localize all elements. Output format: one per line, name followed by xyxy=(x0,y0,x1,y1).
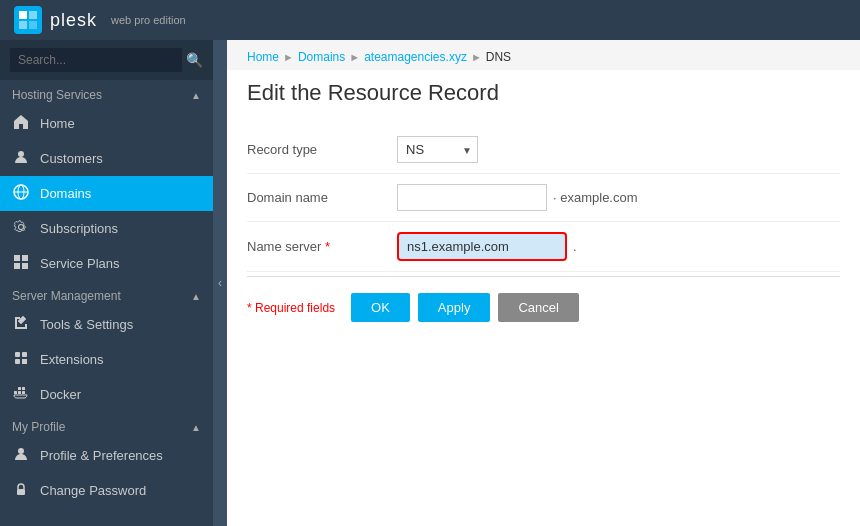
globe-icon xyxy=(12,184,30,203)
plesk-logo: plesk web pro edition xyxy=(14,6,186,34)
domain-name-field: · example.com xyxy=(397,184,638,211)
domain-name-input[interactable] xyxy=(397,184,547,211)
svg-rect-18 xyxy=(18,387,21,390)
svg-rect-9 xyxy=(22,255,28,261)
svg-point-20 xyxy=(18,448,24,454)
breadcrumb: Home ► Domains ► ateamagencies.xyz ► DNS xyxy=(227,40,860,70)
sidebar-label-docker: Docker xyxy=(40,387,81,402)
name-server-field: . xyxy=(397,232,577,261)
divider xyxy=(247,276,840,277)
svg-point-4 xyxy=(18,151,24,157)
breadcrumb-sep-3: ► xyxy=(471,51,482,63)
topbar: plesk web pro edition xyxy=(0,0,860,40)
breadcrumb-home[interactable]: Home xyxy=(247,50,279,64)
name-server-input[interactable] xyxy=(397,232,567,261)
svg-rect-19 xyxy=(22,387,25,390)
svg-rect-10 xyxy=(14,263,20,269)
sidebar-label-extensions: Extensions xyxy=(40,352,104,367)
sidebar-collapse-button[interactable]: ‹ xyxy=(213,40,227,526)
section-label: Hosting Services xyxy=(12,88,102,102)
sidebar-label-home: Home xyxy=(40,116,75,131)
svg-rect-15 xyxy=(14,391,17,394)
svg-rect-0 xyxy=(19,11,27,19)
name-server-required-mark: * xyxy=(325,239,330,254)
gear-icon xyxy=(12,219,30,238)
sidebar-item-service-plans[interactable]: Service Plans xyxy=(0,246,213,281)
edition-label: web pro edition xyxy=(111,14,186,26)
sidebar-item-domains[interactable]: Domains xyxy=(0,176,213,211)
svg-rect-14 xyxy=(15,359,20,364)
sidebar-label-service-plans: Service Plans xyxy=(40,256,119,271)
content-area: Home ► Domains ► ateamagencies.xyz ► DNS… xyxy=(227,40,860,526)
sidebar-item-extensions[interactable]: Extensions xyxy=(0,342,213,377)
record-type-label: Record type xyxy=(247,142,377,157)
home-icon xyxy=(12,114,30,133)
record-type-select[interactable]: NS A AAAA CNAME MX TXT SRV PTR xyxy=(397,136,478,163)
breadcrumb-sep-2: ► xyxy=(349,51,360,63)
section-arrow: ▲ xyxy=(191,291,201,302)
sidebar: 🔍 Hosting Services ▲ Home Customers Doma… xyxy=(0,40,213,526)
sidebar-item-docker[interactable]: Docker xyxy=(0,377,213,412)
form-row-name-server: Name server * . xyxy=(247,222,840,272)
plesk-icon xyxy=(14,6,42,34)
sidebar-item-subscriptions[interactable]: Subscriptions xyxy=(0,211,213,246)
search-input[interactable] xyxy=(10,48,182,72)
name-server-dot: . xyxy=(573,239,577,254)
search-icon: 🔍 xyxy=(186,52,203,68)
svg-rect-13 xyxy=(22,352,27,357)
lock-icon xyxy=(12,481,30,500)
ok-button[interactable]: OK xyxy=(351,293,410,322)
grid-icon xyxy=(12,254,30,273)
svg-rect-3 xyxy=(29,21,37,29)
sidebar-item-change-password[interactable]: Change Password xyxy=(0,473,213,508)
sidebar-item-profile[interactable]: Profile & Preferences xyxy=(0,438,213,473)
svg-rect-8 xyxy=(14,255,20,261)
sidebar-label-profile: Profile & Preferences xyxy=(40,448,163,463)
profile-icon xyxy=(12,446,30,465)
sidebar-item-customers[interactable]: Customers xyxy=(0,141,213,176)
form-row-record-type: Record type NS A AAAA CNAME MX TXT SRV P… xyxy=(247,126,840,174)
name-server-label-text: Name server xyxy=(247,239,321,254)
svg-rect-16 xyxy=(18,391,21,394)
breadcrumb-sep-1: ► xyxy=(283,51,294,63)
person-icon xyxy=(12,149,30,168)
tools-icon xyxy=(12,315,30,334)
svg-rect-12 xyxy=(15,352,20,357)
domain-suffix: · example.com xyxy=(553,190,638,205)
breadcrumb-dns: DNS xyxy=(486,50,511,64)
sidebar-label-domains: Domains xyxy=(40,186,91,201)
form-row-domain-name: Domain name · example.com xyxy=(247,174,840,222)
breadcrumb-domains[interactable]: Domains xyxy=(298,50,345,64)
record-type-field: NS A AAAA CNAME MX TXT SRV PTR ▼ xyxy=(397,136,478,163)
app-name: plesk xyxy=(50,10,97,31)
section-label: Server Management xyxy=(12,289,121,303)
section-label: My Profile xyxy=(12,420,65,434)
svg-rect-11 xyxy=(22,263,28,269)
cancel-button[interactable]: Cancel xyxy=(498,293,578,322)
docker-icon xyxy=(12,385,30,404)
svg-rect-2 xyxy=(19,21,27,29)
name-server-label: Name server * xyxy=(247,239,377,254)
section-my-profile[interactable]: My Profile ▲ xyxy=(0,412,213,438)
sidebar-label-customers: Customers xyxy=(40,151,103,166)
domain-name-label: Domain name xyxy=(247,190,377,205)
section-arrow: ▲ xyxy=(191,422,201,433)
section-server-management[interactable]: Server Management ▲ xyxy=(0,281,213,307)
section-hosting-services[interactable]: Hosting Services ▲ xyxy=(0,80,213,106)
sidebar-item-tools-settings[interactable]: Tools & Settings xyxy=(0,307,213,342)
puzzle-icon xyxy=(12,350,30,369)
sidebar-label-change-password: Change Password xyxy=(40,483,146,498)
page-title: Edit the Resource Record xyxy=(247,80,840,106)
button-row: * Required fields OK Apply Cancel xyxy=(247,281,840,326)
svg-rect-1 xyxy=(29,11,37,19)
required-note: * Required fields xyxy=(247,301,335,315)
breadcrumb-domain-name[interactable]: ateamagencies.xyz xyxy=(364,50,467,64)
search-box: 🔍 xyxy=(0,40,213,80)
svg-rect-17 xyxy=(22,391,25,394)
apply-button[interactable]: Apply xyxy=(418,293,491,322)
svg-rect-21 xyxy=(17,489,25,495)
sidebar-label-subscriptions: Subscriptions xyxy=(40,221,118,236)
section-arrow: ▲ xyxy=(191,90,201,101)
sidebar-item-home[interactable]: Home xyxy=(0,106,213,141)
sidebar-label-tools-settings: Tools & Settings xyxy=(40,317,133,332)
